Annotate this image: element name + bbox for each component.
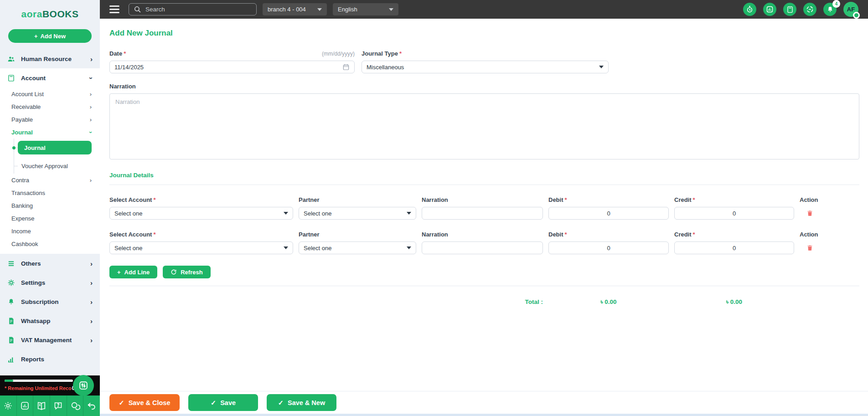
sidebar-item-human-resource[interactable]: Human Resource › (0, 49, 100, 68)
credit-label: Credit* (674, 196, 794, 203)
timer-button[interactable] (743, 3, 756, 16)
docs-shortcut-button[interactable] (33, 395, 50, 416)
analytics-shortcut-button[interactable] (17, 395, 34, 416)
app-logo: aoraBOOKS (0, 0, 100, 28)
sidebar-subitem-payable[interactable]: Payable › (0, 113, 100, 126)
sidebar-subitem-journal-child-active[interactable]: Journal (18, 141, 92, 154)
help-shortcut-button[interactable] (50, 395, 67, 416)
topbar-icons: 4 AF (743, 2, 858, 17)
scan-icon (806, 5, 814, 13)
book-icon (36, 401, 46, 411)
usage-label: * Remaining Unlimited Reco (5, 385, 72, 391)
chevron-right-icon: › (90, 337, 93, 344)
logo-text-primary: aora (21, 9, 42, 20)
debit-input[interactable] (548, 241, 669, 254)
logo-text-secondary: BOOKS (42, 9, 79, 20)
scan-button[interactable] (803, 3, 816, 16)
divider (109, 286, 859, 286)
chevron-right-icon: › (90, 298, 93, 305)
plus-icon: + (117, 269, 121, 276)
undo-icon (87, 401, 97, 411)
sidebar-subitem-transactions[interactable]: Transactions (0, 186, 100, 199)
required-marker: * (565, 196, 567, 203)
sidebar-subitem-expense[interactable]: Expense (0, 212, 100, 225)
delete-row-button[interactable] (800, 241, 820, 252)
delete-row-button[interactable] (800, 207, 820, 217)
trash-icon (806, 244, 813, 252)
row-narration-label: Narration (422, 231, 543, 238)
hamburger-menu-button[interactable] (109, 5, 119, 14)
debit-input[interactable] (548, 207, 669, 220)
chat-shortcut-button[interactable] (67, 395, 84, 416)
preferences-button[interactable] (73, 375, 94, 396)
sidebar-item-subscription[interactable]: Subscription › (0, 292, 100, 311)
credit-input[interactable] (674, 241, 794, 254)
narration-textarea[interactable] (109, 93, 859, 159)
account-select[interactable]: Select one (109, 241, 293, 254)
narration-label: Narration (109, 83, 859, 90)
sidebar-subitem-income[interactable]: Income (0, 225, 100, 237)
subitem-label: Account List (11, 91, 44, 98)
search-box (129, 3, 257, 15)
partner-select-value: Select one (304, 210, 407, 217)
refresh-icon (170, 269, 177, 275)
analytics-button[interactable] (763, 3, 776, 16)
save-and-close-button[interactable]: ✓ Save & Close (109, 394, 180, 411)
check-icon: ✓ (278, 399, 284, 406)
sidebar-item-vat-management[interactable]: VAT Management › (0, 330, 100, 349)
notifications-button[interactable]: 4 (823, 3, 837, 16)
subitem-label: Journal (11, 129, 33, 136)
sidebar-item-settings[interactable]: Settings › (0, 273, 100, 292)
sidebar-item-account[interactable]: Account › (0, 68, 100, 87)
online-status-dot (853, 12, 860, 19)
sidebar-bottom-toolbar (0, 395, 100, 416)
date-format-hint: (mm/dd/yyyy) (322, 51, 355, 57)
user-avatar[interactable]: AF (843, 2, 858, 17)
journal-type-select[interactable]: Miscellaneous (362, 61, 609, 73)
calculator-icon (7, 74, 15, 82)
add-new-button[interactable]: + Add New (8, 29, 92, 43)
gear-icon (3, 401, 13, 411)
sidebar-subitem-banking[interactable]: Banking (0, 199, 100, 212)
sidebar-item-others[interactable]: Others › (0, 254, 100, 273)
add-line-button[interactable]: + Add Line (109, 266, 157, 278)
save-button[interactable]: ✓ Save (188, 394, 258, 411)
sidebar-item-whatsapp[interactable]: Whatsapp › (0, 311, 100, 330)
subitem-label: Receivable (11, 103, 41, 110)
sidebar-subitem-account-list[interactable]: Account List › (0, 87, 100, 100)
row-narration-input[interactable] (422, 241, 543, 254)
row-narration-input[interactable] (422, 207, 543, 220)
branch-select[interactable]: branch 4 - 004 (263, 3, 327, 15)
date-input[interactable]: 11/14/2025 (109, 61, 355, 73)
refresh-button[interactable]: Refresh (163, 266, 210, 278)
partner-select[interactable]: Select one (299, 241, 416, 254)
sidebar-subitem-cashbook[interactable]: Cashbook (0, 237, 100, 250)
sidebar-item-label: Reports (21, 356, 44, 363)
partner-select[interactable]: Select one (299, 207, 416, 220)
chevron-right-icon: › (90, 260, 93, 267)
users-icon (7, 55, 15, 63)
sidebar-subitem-contra[interactable]: Contra › (0, 174, 100, 186)
form-footer: ✓ Save & Close ✓ Save ✓ Save & New (100, 391, 868, 414)
sidebar-item-reports[interactable]: Reports (0, 349, 100, 369)
credit-input[interactable] (674, 207, 794, 220)
chevron-down-icon (407, 247, 411, 249)
save-and-new-button[interactable]: ✓ Save & New (267, 394, 336, 411)
gear-icon (7, 279, 15, 287)
sidebar-subitem-journal[interactable]: Journal › (0, 126, 100, 139)
notification-count-badge: 4 (832, 0, 840, 8)
settings-shortcut-button[interactable] (0, 395, 17, 416)
search-input[interactable] (145, 6, 252, 13)
calculator-button[interactable] (783, 3, 796, 16)
sidebar-subitem-receivable[interactable]: Receivable › (0, 100, 100, 113)
document-icon (7, 336, 15, 344)
usage-progress-fill (5, 380, 13, 382)
help-chat-icon (53, 401, 63, 411)
chat-bubbles-icon (70, 401, 80, 411)
page-title: Add New Journal (109, 29, 859, 38)
undo-shortcut-button[interactable] (83, 395, 100, 416)
sidebar-subitem-voucher-approval[interactable]: Voucher Approval (18, 160, 100, 172)
bell-icon (827, 6, 834, 13)
language-select[interactable]: English (333, 3, 398, 15)
account-select[interactable]: Select one (109, 207, 293, 220)
